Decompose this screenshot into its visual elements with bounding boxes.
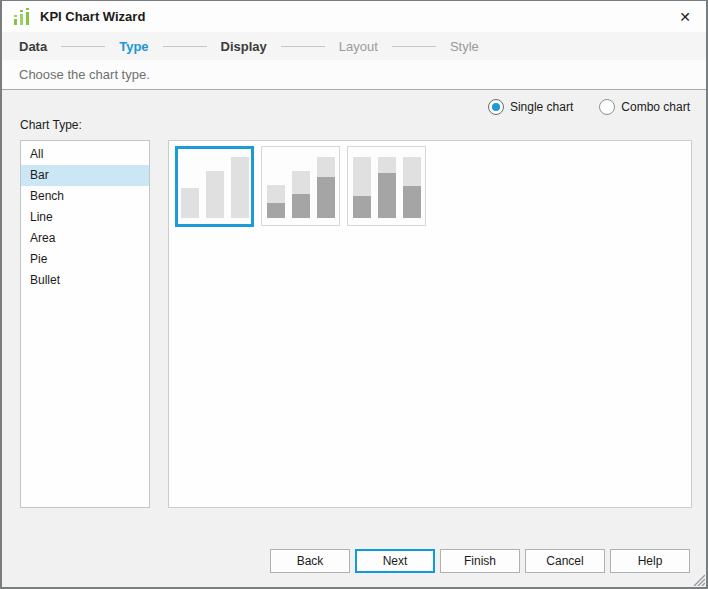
finish-button[interactable]: Finish: [440, 549, 520, 573]
bar: [353, 157, 371, 218]
bar-chart-stacked-ascending-thumbnail[interactable]: [261, 146, 340, 226]
bar-chart-full-stacked-thumbnail[interactable]: [347, 146, 426, 226]
chart-preview-panel: [168, 140, 692, 508]
bar: [292, 171, 310, 218]
list-item-area[interactable]: Area: [21, 228, 149, 249]
list-item-bar[interactable]: Bar: [21, 165, 149, 186]
list-item-pie[interactable]: Pie: [21, 249, 149, 270]
titlebar: KPI Chart Wizard ✕: [2, 1, 706, 32]
radio-selected-icon[interactable]: [488, 99, 504, 115]
list-item-bullet[interactable]: Bullet: [21, 270, 149, 291]
chart-mode-group: Single chart Combo chart: [488, 99, 690, 115]
step-connector: [61, 46, 105, 47]
combo-chart-radio[interactable]: Combo chart: [599, 99, 690, 115]
list-item-bench[interactable]: Bench: [21, 186, 149, 207]
bar: [181, 188, 199, 218]
footer-buttons: Back Next Finish Cancel Help: [270, 549, 690, 573]
step-layout[interactable]: Layout: [339, 39, 378, 54]
close-icon[interactable]: ✕: [664, 1, 706, 32]
thumbnail-row: [175, 146, 426, 227]
resize-grip[interactable]: [691, 572, 705, 586]
step-connector: [392, 46, 436, 47]
bar: [206, 171, 224, 218]
wizard-subtitle: Choose the chart type.: [19, 67, 150, 82]
step-type[interactable]: Type: [119, 39, 148, 54]
list-item-line[interactable]: Line: [21, 207, 149, 228]
subtitle-row: Choose the chart type.: [2, 60, 706, 90]
single-chart-radio[interactable]: Single chart: [488, 99, 573, 115]
step-connector: [163, 46, 207, 47]
chart-type-label: Chart Type:: [20, 118, 82, 132]
bar: [231, 157, 249, 218]
step-data[interactable]: Data: [19, 39, 47, 54]
bar: [378, 157, 396, 218]
single-chart-label: Single chart: [510, 100, 573, 114]
step-style[interactable]: Style: [450, 39, 479, 54]
bar: [403, 157, 421, 218]
list-item-all[interactable]: All: [21, 144, 149, 165]
step-connector: [281, 46, 325, 47]
bar: [267, 185, 285, 218]
next-button[interactable]: Next: [355, 549, 435, 573]
window-title: KPI Chart Wizard: [40, 9, 145, 24]
radio-unselected-icon[interactable]: [599, 99, 615, 115]
kpi-chart-wizard-dialog: KPI Chart Wizard ✕ Data Type Display Lay…: [0, 0, 708, 589]
wizard-steps: Data Type Display Layout Style: [2, 32, 706, 60]
step-display[interactable]: Display: [221, 39, 267, 54]
chart-type-list: All Bar Bench Line Area Pie Bullet: [20, 140, 150, 508]
cancel-button[interactable]: Cancel: [525, 549, 605, 573]
bar-chart-plain-thumbnail[interactable]: [175, 146, 254, 227]
bar: [317, 157, 335, 218]
back-button[interactable]: Back: [270, 549, 350, 573]
combo-chart-label: Combo chart: [621, 100, 690, 114]
kpi-chart-icon: [12, 7, 32, 27]
help-button[interactable]: Help: [610, 549, 690, 573]
